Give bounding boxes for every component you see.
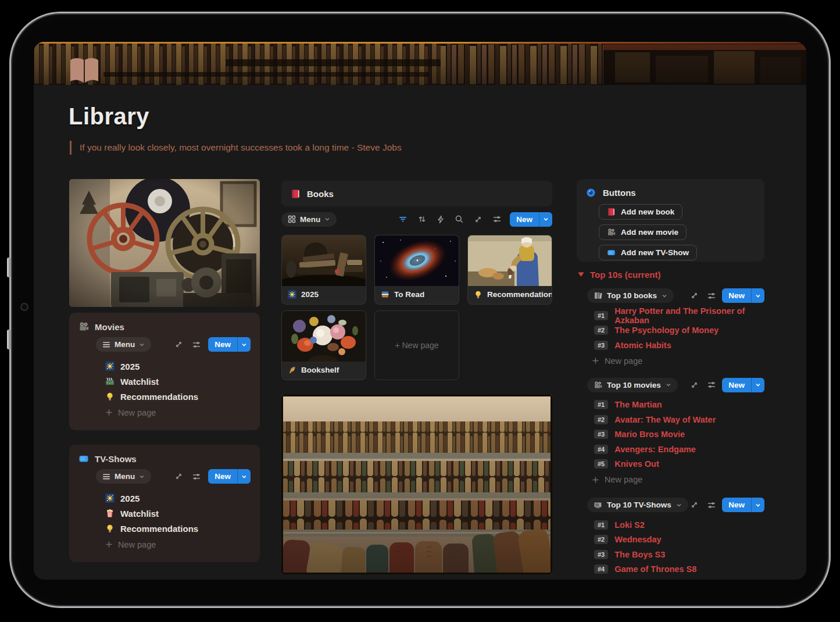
top10-movies-item[interactable]: #1 The Martian [594, 398, 764, 413]
quote-text: If you really look closely, most overnig… [80, 142, 402, 153]
movies-new-page[interactable]: New page [105, 405, 251, 420]
rank-badge: #3 [594, 430, 608, 439]
volume-up-button[interactable] [7, 258, 10, 277]
chevron-down-icon [662, 293, 667, 299]
volume-down-button[interactable] [7, 330, 10, 349]
rank-badge: #1 [594, 311, 608, 320]
add-new-tv-show-button[interactable]: Add new TV-Show [599, 245, 697, 260]
top10-books-new-page[interactable]: New page [592, 354, 764, 368]
sort-icon[interactable] [417, 215, 427, 224]
rank-title: Loki S2 [614, 520, 645, 530]
books-gallery-card-2025[interactable]: 2025 [281, 235, 366, 305]
books-new-dropdown[interactable] [539, 212, 552, 227]
toggle-triangle-icon [578, 272, 584, 277]
chevron-down-icon [676, 502, 682, 508]
top10-books-new-dropdown[interactable] [751, 288, 764, 303]
tv-item-watchlist[interactable]: Watchlist [105, 506, 251, 521]
books-database-header[interactable]: Books [281, 181, 552, 206]
books-gallery-card-bookshelf[interactable]: Bookshelf [281, 310, 366, 380]
gallery-view-icon [288, 215, 296, 223]
top10-movies-new-page[interactable]: New page [592, 473, 764, 487]
books-gallery-card-to-read[interactable]: To Read [374, 235, 459, 305]
top10-tv-dropdown[interactable]: Top 10 TV-Shows [587, 498, 688, 512]
tv-new-button[interactable]: New [208, 469, 251, 484]
top10-books-dropdown[interactable]: Top 10 books [587, 288, 674, 303]
top10-tv-item[interactable]: #2 Wednesday [594, 532, 764, 548]
view-settings-icon[interactable] [707, 380, 716, 389]
books-new-button[interactable]: New [510, 212, 552, 227]
expand-icon[interactable] [690, 381, 699, 389]
tv-new-dropdown[interactable] [237, 469, 251, 484]
books-gallery-new-page[interactable]: + New page [374, 310, 459, 380]
notion-page: Library If you really look closely, most… [34, 42, 806, 580]
top10-movies-dropdown[interactable]: Top 10 movies [587, 378, 678, 392]
top10-tv-new-button[interactable]: New [722, 498, 764, 512]
tv-item-2025[interactable]: 2025 [105, 491, 251, 506]
view-settings-icon[interactable] [707, 291, 716, 301]
open-book-page-icon[interactable] [69, 57, 100, 85]
expand-icon[interactable] [174, 340, 183, 349]
expand-icon[interactable] [174, 472, 183, 481]
top10-books-new-page-label: New page [605, 356, 642, 366]
gray-movie-camera-icon [594, 381, 602, 389]
top10-movies-item[interactable]: #5 Knives Out [594, 457, 764, 472]
tv-item-recommendations[interactable]: Recommendations [105, 521, 251, 536]
search-icon[interactable] [455, 215, 464, 224]
add-new-book-button[interactable]: Add new book [599, 204, 682, 220]
filter-icon[interactable] [398, 215, 408, 224]
top10-movies-item[interactable]: #2 Avatar: The Way of Water [594, 412, 764, 427]
automation-bolt-icon[interactable] [437, 215, 445, 224]
view-settings-icon[interactable] [192, 472, 201, 481]
books-gallery-card-recommendations[interactable]: Recommendations [467, 235, 552, 305]
movies-menu-dropdown[interactable]: Menu [96, 337, 151, 352]
tv-new-page[interactable]: New page [105, 537, 251, 552]
top10-books-item[interactable]: #3 Atomic Habits [594, 338, 764, 353]
top10-tv-item[interactable]: #4 Game of Thrones S8 [594, 562, 764, 577]
top10-books-item[interactable]: #1 Harry Potter and The Prisoner of Azka… [594, 308, 764, 323]
top10-tv-item[interactable]: #1 Loki S2 [594, 517, 764, 532]
top10s-toggle[interactable]: Top 10s (current) [577, 270, 764, 280]
rank-badge: #2 [594, 415, 608, 424]
flowers-painting-image [282, 311, 366, 362]
gray-tv-icon [594, 501, 602, 509]
movies-item-watchlist[interactable]: Watchlist [105, 374, 251, 389]
view-settings-icon[interactable] [707, 501, 716, 510]
top10-books-item[interactable]: #2 The Psychology of Money [594, 323, 764, 338]
tv-menu-dropdown[interactable]: Menu [96, 469, 151, 484]
top10-tv-new-dropdown[interactable] [751, 498, 764, 512]
view-settings-icon[interactable] [192, 340, 201, 349]
movies-item-recommendations[interactable]: Recommendations [105, 389, 251, 404]
books-menu-dropdown[interactable]: Menu [281, 212, 337, 227]
bookshelf-photo[interactable] [281, 395, 552, 574]
movies-item-2025[interactable]: 2025 [105, 359, 251, 374]
gallery-card-label: 2025 [301, 290, 319, 299]
rank-badge: #2 [594, 326, 608, 335]
movies-new-button[interactable]: New [208, 337, 251, 352]
books-title: Books [307, 189, 334, 199]
expand-icon[interactable] [690, 291, 699, 300]
rank-badge: #4 [594, 445, 608, 454]
top10-movies-new-label: New [722, 378, 751, 392]
top10-movies-item[interactable]: #3 Mario Bros Movie [594, 427, 764, 442]
expand-icon[interactable] [690, 501, 699, 509]
milkmaid-painting-image [468, 235, 552, 286]
rank-title: Mario Bros Movie [614, 430, 685, 439]
top10-books-block: Top 10 books [577, 288, 764, 368]
plus-icon [592, 357, 599, 364]
top10-movies-new-button[interactable]: New [722, 378, 764, 392]
add-new-movie-button[interactable]: Add new movie [599, 224, 687, 240]
top10-movies-item[interactable]: #4 Avengers: Endgame [594, 442, 764, 457]
movies-cover-photo-projector[interactable] [69, 179, 260, 307]
top10-movies-new-dropdown[interactable] [751, 378, 764, 392]
movies-new-dropdown[interactable] [237, 337, 251, 352]
tv-item-label: 2025 [120, 494, 140, 503]
top10-tv-item[interactable]: #3 The Boys S3 [594, 547, 764, 562]
rank-title: The Boys S3 [614, 550, 665, 559]
rank-title: Harry Potter and The Prisoner of Azkaban [614, 306, 764, 325]
top10-books-new-button[interactable]: New [722, 288, 764, 303]
movies-card-title: Movies [95, 322, 124, 332]
page-title: Library [69, 103, 149, 130]
expand-icon[interactable] [474, 215, 482, 224]
view-settings-icon[interactable] [492, 215, 502, 224]
cover-image-bookshelf[interactable] [34, 42, 806, 85]
